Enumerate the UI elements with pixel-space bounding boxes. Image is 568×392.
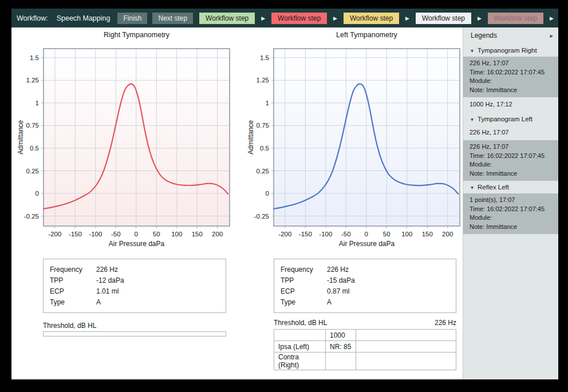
- y-tick-label: 1.25: [257, 77, 269, 84]
- workflow-step-button-3[interactable]: Workflow step: [344, 13, 399, 24]
- y-tick-label: 1: [266, 100, 269, 106]
- legends-sidebar: Legends ▸ ▾Tympanogram Right226 Hz, 17:0…: [463, 27, 558, 379]
- legend-item-line: Note: Immittance: [470, 223, 556, 232]
- info-row: ECP0.87 ml: [274, 286, 456, 296]
- info-row: Frequency226 Hz: [44, 264, 226, 275]
- legend-item[interactable]: 226 Hz, 17:07Time: 16:02:2022 17:07:45Mo…: [463, 57, 558, 97]
- info-table-left: Frequency226 HzTPP-15 daPaECP0.87 mlType…: [274, 259, 456, 313]
- workflow-step-button-5[interactable]: Workflow step: [488, 13, 543, 24]
- threshold-cell: [356, 341, 456, 353]
- y-tick-label: 0.5: [260, 145, 269, 152]
- y-tick-label: 1.5: [30, 54, 39, 61]
- x-tick-label: -200: [48, 231, 61, 237]
- y-tick-label: 0.75: [26, 122, 39, 129]
- legend-item-line: Time: 16:02:2022 17:07:45: [470, 205, 556, 214]
- legend-section-header-reflex-left[interactable]: ▾Reflex Left: [463, 181, 558, 193]
- workflow-bar: Workflow: Speech Mapping FinishNext step…: [11, 9, 558, 27]
- x-tick-label: 0: [365, 231, 368, 237]
- legend-item-line: 226 Hz, 17:07: [470, 128, 556, 137]
- x-tick-label: 150: [192, 231, 203, 237]
- info-row: TPP-12 daPa: [44, 275, 226, 286]
- info-row: TypeA: [274, 296, 456, 307]
- workflow-bar-buttons: FinishNext stepWorkflow step▶Workflow st…: [112, 13, 558, 24]
- legend-section-header-tympanogram-left[interactable]: ▾Tympanogram Left: [463, 113, 558, 125]
- legend-item-line: Module:: [470, 213, 556, 223]
- triangle-down-icon: ▾: [471, 184, 474, 191]
- y-tick-label: -0.25: [24, 213, 39, 220]
- threshold-header-left-ear: Threshold, dB HL 226 Hz: [274, 319, 456, 327]
- legend-item-line: 226 Hz, 17:07: [470, 59, 556, 68]
- legend-section-title: Tympanogram Right: [478, 47, 537, 54]
- main-panel: Right Tympanometry -200-150-100-50050100…: [11, 27, 463, 379]
- y-tick-label: 0: [36, 190, 39, 197]
- threshold-row: 1000: [274, 330, 456, 341]
- step-arrow-icon: ▶: [478, 15, 482, 21]
- triangle-down-icon: ▾: [471, 47, 474, 54]
- info-label: TPP: [274, 276, 327, 284]
- x-tick-label: 100: [171, 231, 182, 237]
- y-tick-label: 0.75: [257, 122, 269, 129]
- legend-item[interactable]: 226 Hz, 17:07Time: 16:02:2022 17:07:45Mo…: [463, 140, 558, 181]
- legend-item[interactable]: 1 point(s), 17:07Time: 16:02:2022 17:07:…: [463, 193, 558, 234]
- step-arrow-icon: ▶: [261, 15, 265, 21]
- triangle-down-icon: ▾: [471, 116, 474, 122]
- x-tick-label: 50: [383, 231, 391, 237]
- step-arrow-icon: ▶: [405, 15, 409, 21]
- threshold-label-right-ear: Threshold, dB HL: [43, 322, 96, 330]
- chevron-right-icon: ▸: [550, 32, 553, 39]
- info-label: ECP: [274, 287, 327, 295]
- legend-item[interactable]: 1000 Hz, 17:12: [463, 97, 558, 113]
- plot-area: [274, 49, 460, 226]
- legends-sections: ▾Tympanogram Right226 Hz, 17:07Time: 16:…: [463, 44, 558, 234]
- threshold-cell: NR: 85: [326, 341, 356, 353]
- app-window: Workflow: Speech Mapping FinishNext step…: [11, 9, 558, 379]
- legend-item-line: 1000 Hz, 17:12: [470, 100, 556, 109]
- x-tick-label: 150: [422, 231, 433, 237]
- workflow-name: Speech Mapping: [57, 14, 111, 22]
- info-table-right: Frequency226 HzTPP-12 daPaECP1.01 mlType…: [43, 259, 226, 313]
- legend-item-line: Time: 16:02:2022 17:07:45: [470, 152, 556, 161]
- info-row: TypeA: [44, 296, 226, 307]
- x-tick-label: -50: [111, 231, 121, 237]
- info-value: 226 Hz: [96, 266, 118, 274]
- legend-item-line: 1 point(s), 17:07: [470, 196, 556, 205]
- workflow-step-button-1[interactable]: Workflow step: [199, 13, 255, 24]
- threshold-cell: [274, 330, 326, 341]
- threshold-label-left-ear: Threshold, dB HL: [274, 319, 327, 327]
- info-value: 0.87 ml: [327, 287, 349, 295]
- y-tick-label: 0.5: [30, 145, 39, 152]
- workflow-step-button-2[interactable]: Workflow step: [271, 13, 327, 24]
- info-value: 1.01 ml: [96, 287, 119, 295]
- legend-item-line: Note: Immittance: [470, 169, 556, 179]
- legend-section-title: Tympanogram Left: [478, 116, 532, 122]
- finish-button[interactable]: Finish: [117, 13, 147, 24]
- y-tick-label: -0.25: [254, 213, 269, 220]
- x-tick-label: 200: [212, 231, 223, 237]
- y-tick-label: 0.25: [257, 168, 269, 175]
- plot-area: [44, 49, 230, 226]
- legend-item-line: Note: Immittance: [470, 86, 556, 95]
- threshold-empty-bar: [43, 331, 226, 336]
- chart-block-left: Left Tympanometry -200-150-100-500501001…: [246, 31, 468, 247]
- info-row: ECP1.01 ml: [44, 286, 226, 296]
- next-step-button[interactable]: Next step: [152, 13, 193, 24]
- threshold-cell: [356, 353, 456, 370]
- x-tick-label: -100: [319, 231, 332, 237]
- x-tick-label: -200: [278, 231, 291, 237]
- info-label: Type: [274, 298, 327, 306]
- y-tick-label: 0.25: [26, 168, 39, 175]
- legend-item[interactable]: 226 Hz, 17:07: [463, 125, 558, 141]
- info-label: Type: [44, 298, 96, 306]
- x-tick-label: -150: [69, 231, 82, 237]
- legend-section-title: Reflex Left: [478, 184, 509, 191]
- x-tick-label: 0: [135, 231, 138, 237]
- y-tick-label: 1: [36, 100, 39, 106]
- info-label: Frequency: [274, 266, 327, 274]
- info-value: A: [96, 298, 101, 306]
- legend-section-header-tympanogram-right[interactable]: ▾Tympanogram Right: [463, 44, 558, 57]
- legend-item-line: Module:: [470, 160, 556, 169]
- legends-header[interactable]: Legends ▸: [463, 27, 558, 44]
- workflow-step-button-4[interactable]: Workflow step: [416, 13, 471, 24]
- x-tick-label: 100: [401, 231, 412, 237]
- threshold-cell: Contra (Right): [274, 353, 326, 370]
